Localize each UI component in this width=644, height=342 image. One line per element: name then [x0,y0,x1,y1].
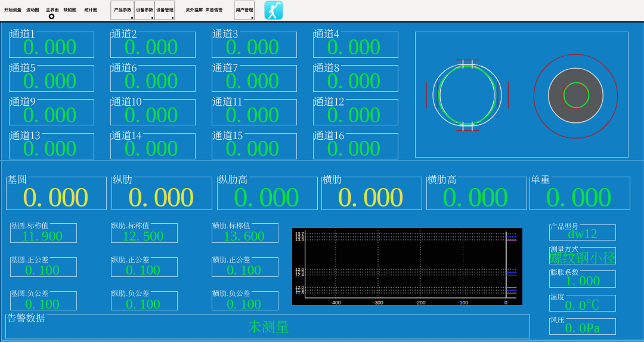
svg-text:13.5: 13.5 [295,237,304,242]
svg-text:0. 000: 0. 000 [124,69,178,93]
svg-text:-400: -400 [330,300,340,306]
svg-text:0. 100: 0. 100 [126,262,160,278]
svg-text:0. 000: 0. 000 [128,181,193,212]
svg-text:0. 000: 0. 000 [23,181,88,212]
svg-text:0. 000: 0. 000 [327,103,380,127]
svg-text:0. 000: 0. 000 [327,35,380,59]
svg-text:0. 100: 0. 100 [126,296,160,312]
svg-text:0. 000: 0. 000 [225,103,279,127]
svg-text:13. 600: 13. 600 [223,228,265,244]
svg-text:0. 000: 0. 000 [225,69,279,93]
svg-text:0: 0 [504,300,507,306]
svg-text:0. 100: 0. 100 [25,296,60,312]
svg-text:0. 000: 0. 000 [23,35,77,59]
svg-text:0. 000: 0. 000 [124,103,178,127]
svg-text:0. 000: 0. 000 [23,136,77,161]
svg-text:0. 000: 0. 000 [442,181,507,212]
svg-text:0. 000: 0. 000 [327,136,380,161]
svg-text:12. 500: 12. 500 [122,228,164,244]
svg-text:0. 100: 0. 100 [227,296,261,312]
svg-text:0. 100: 0. 100 [227,262,261,278]
svg-text:11.8: 11.8 [296,290,304,295]
svg-text:1. 000: 1. 000 [565,273,600,288]
svg-text:0. 000: 0. 000 [234,181,299,212]
svg-text:0. 0Pa: 0. 0Pa [565,320,600,335]
svg-text:0. 0: 0. 0 [565,297,586,313]
svg-text:0. 000: 0. 000 [23,69,77,93]
svg-text:0. 000: 0. 000 [124,136,178,161]
svg-text:-100: -100 [458,300,468,306]
svg-text:-200: -200 [415,300,425,306]
svg-text:0. 000: 0. 000 [124,35,178,59]
svg-text:0. 000: 0. 000 [338,181,402,212]
svg-text:dw12: dw12 [568,226,597,241]
svg-text:0. 000: 0. 000 [225,35,279,59]
svg-text:11. 900: 11. 900 [21,228,63,244]
svg-text:-300: -300 [373,300,383,306]
svg-text:0. 000: 0. 000 [225,136,279,161]
svg-text:0. 000: 0. 000 [327,69,380,93]
svg-text:0. 000: 0. 000 [546,181,611,212]
svg-text:12.4: 12.4 [295,272,304,278]
svg-text:0. 100: 0. 100 [25,262,60,278]
svg-text:0. 000: 0. 000 [23,103,77,127]
